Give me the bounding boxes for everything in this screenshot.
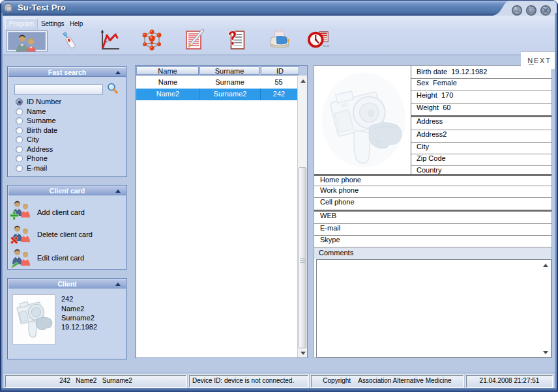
svg-text:01:05: 01:05 <box>323 45 329 48</box>
